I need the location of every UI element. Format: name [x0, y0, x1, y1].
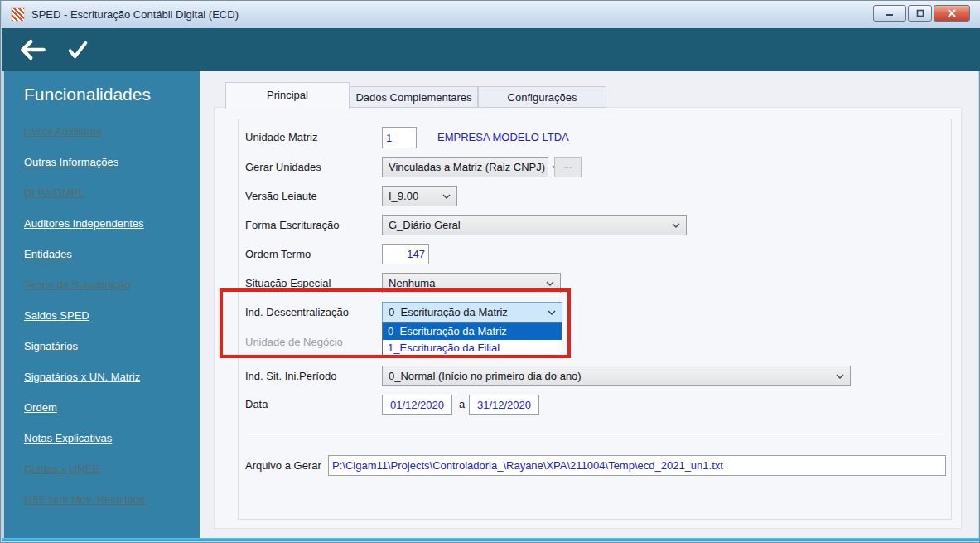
data-inicio-input[interactable]	[382, 395, 452, 415]
toolbar	[2, 28, 980, 71]
minimize-icon	[885, 8, 895, 18]
chevron-down-icon	[829, 374, 844, 379]
dropdown-option-matriz[interactable]: 0_Escrituração da Matriz	[383, 323, 562, 340]
gerar-unidades-value: Vinculadas a Matriz (Raiz CNPJ)	[389, 161, 545, 173]
ind-descentralizacao-dropdown: 0_Escrituração da Matriz 1_Escrituração …	[382, 322, 562, 357]
dropdown-option-filial[interactable]: 1_Escrituração da Filial	[383, 340, 562, 356]
sidebar-item-notas-explicativas[interactable]: Notas Explicativas	[24, 429, 200, 448]
data-separator-label: a	[459, 395, 465, 415]
browse-button: ...	[554, 157, 582, 177]
chevron-down-icon	[539, 281, 554, 286]
data-fim-input[interactable]	[469, 395, 539, 415]
window-title: SPED - Escrituração Contábil Digital (EC…	[31, 8, 239, 21]
sidebar-item-auditores-independentes[interactable]: Auditores Independentes	[24, 215, 200, 233]
check-icon	[66, 39, 89, 61]
sidebar-item-termo-de-substituicao: Termo de Substituição	[24, 276, 200, 294]
ind-descentralizacao-value: 0_Escrituração da Matriz	[389, 306, 508, 318]
sidebar-item-dlpa-dmpl: DLPA/DMPL	[24, 184, 200, 202]
unidade-matriz-label: Unidade Matriz	[245, 127, 317, 148]
chevron-down-icon	[665, 223, 680, 228]
sidebar-item-contas-x-uneg: Contas x UNEG	[24, 460, 200, 478]
situacao-especial-label: Situação Especial	[245, 273, 331, 293]
arquivo-a-gerar-label: Arquivo a Gerar	[245, 458, 321, 473]
maximize-button[interactable]	[908, 5, 932, 22]
tab-principal[interactable]: Principal	[225, 82, 350, 109]
versao-leiaute-combo[interactable]: I_9.00	[382, 186, 457, 206]
sidebar-item-saldos-sped[interactable]: Saldos SPED	[24, 307, 200, 325]
tab-configuracoes[interactable]: Configurações	[478, 86, 606, 108]
main-panel: Principal Dados Complementares Configura…	[200, 71, 978, 538]
ind-sit-ini-periodo-combo[interactable]: 0_Normal (Início no primeiro dia do ano)	[382, 366, 851, 386]
arquivo-a-gerar-input[interactable]	[328, 455, 946, 476]
maximize-icon	[915, 8, 925, 18]
confirm-button[interactable]	[61, 36, 94, 64]
section-divider	[245, 434, 946, 435]
close-icon	[947, 8, 957, 18]
back-arrow-icon	[19, 38, 47, 61]
close-button[interactable]	[934, 5, 970, 22]
situacao-especial-combo[interactable]: Nenhuma	[382, 273, 561, 293]
unidade-matriz-input[interactable]	[382, 127, 417, 148]
forma-escrituracao-combo[interactable]: G_Diário Geral	[382, 215, 687, 235]
sidebar-item-i355-sem-mov-resultado: I355 sem Mov. Resultado	[24, 491, 200, 509]
situacao-especial-value: Nenhuma	[389, 277, 435, 289]
ordem-termo-input[interactable]	[382, 244, 429, 264]
data-label: Data	[245, 395, 268, 415]
sidebar-item-ordem[interactable]: Ordem	[24, 399, 200, 417]
forma-escrituracao-value: G_Diário Geral	[389, 219, 461, 231]
sidebar-item-livros-auxiliares: Livros Auxiliares	[24, 123, 200, 141]
sidebar-item-signatarios[interactable]: Signatários	[24, 337, 200, 356]
window-bottom-edge	[2, 538, 980, 541]
ind-sit-ini-periodo-label: Ind. Sit. Ini.Período	[245, 366, 337, 386]
sidebar-item-entidades[interactable]: Entidades	[24, 245, 200, 264]
sidebar-item-signatarios-x-un-matriz[interactable]: Signatários x UN. Matriz	[24, 368, 200, 386]
tab-dados-complementares[interactable]: Dados Complementares	[350, 86, 478, 108]
sidebar: Funcionalidades Livros Auxiliares Outras…	[4, 71, 200, 538]
sidebar-item-outras-informacoes[interactable]: Outras Informações	[24, 153, 200, 172]
unidade-negocio-label: Unidade de Negócio	[245, 334, 343, 351]
company-name: EMPRESA MODELO LTDA	[437, 127, 569, 148]
chevron-down-icon	[541, 310, 556, 315]
ind-descentralizacao-combo[interactable]: 0_Escrituração da Matriz	[382, 302, 562, 322]
gerar-unidades-combo[interactable]: Vinculadas a Matriz (Raiz CNPJ)	[382, 157, 548, 177]
sidebar-title: Funcionalidades	[24, 85, 200, 111]
versao-leiaute-label: Versão Leiaute	[245, 186, 317, 206]
ind-descentralizacao-label: Ind. Descentralização	[245, 302, 349, 322]
app-window: SPED - Escrituração Contábil Digital (EC…	[0, 0, 980, 543]
chevron-down-icon	[436, 194, 451, 199]
back-button[interactable]	[17, 36, 50, 64]
ordem-termo-label: Ordem Termo	[245, 244, 311, 264]
minimize-button[interactable]	[873, 5, 906, 22]
app-icon	[11, 7, 25, 22]
versao-leiaute-value: I_9.00	[389, 190, 418, 202]
forma-escrituracao-label: Forma Escrituração	[245, 215, 339, 235]
gerar-unidades-label: Gerar Unidades	[245, 157, 321, 177]
title-bar: SPED - Escrituração Contábil Digital (EC…	[2, 1, 980, 28]
ind-sit-ini-periodo-value: 0_Normal (Início no primeiro dia do ano)	[389, 370, 582, 382]
